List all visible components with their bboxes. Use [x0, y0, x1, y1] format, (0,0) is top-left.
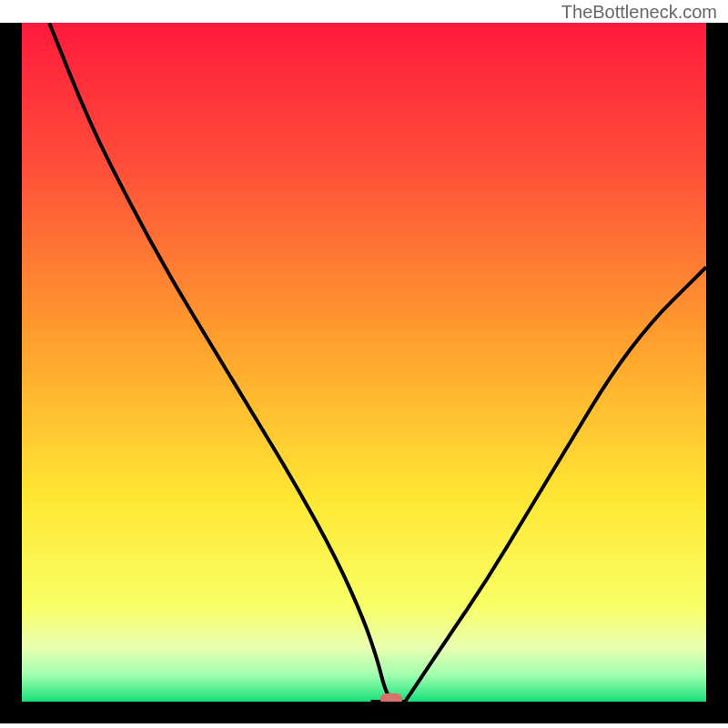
frame-right [706, 23, 728, 723]
frame-left [0, 23, 22, 723]
attribution-text: TheBottleneck.com [561, 2, 717, 23]
plot-background [22, 23, 706, 702]
frame-bottom [0, 702, 728, 723]
chart-container: TheBottleneck.com [0, 0, 728, 728]
bottleneck-chart [0, 23, 728, 723]
